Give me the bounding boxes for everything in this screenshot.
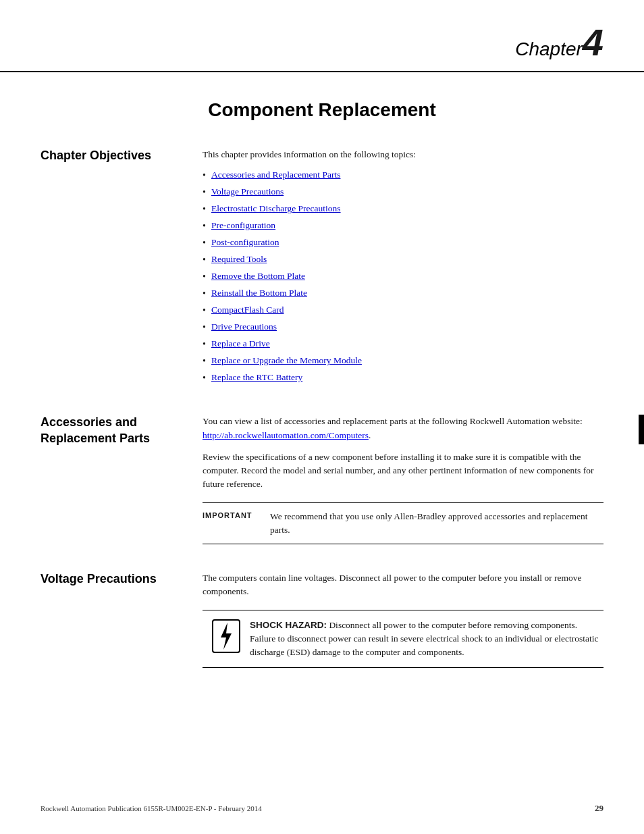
important-box: IMPORTANT We recommend that you use only… [203,502,603,545]
link-memory[interactable]: Replace or Upgrade the Memory Module [211,354,362,367]
link-reinstall-bottom[interactable]: Reinstall the Bottom Plate [211,286,307,300]
voltage-para1: The computers contain line voltages. Dis… [203,571,603,599]
link-compactflash[interactable]: CompactFlash Card [211,303,284,317]
link-rtc[interactable]: Replace the RTC Battery [211,371,302,384]
objectives-links-list: •Accessories and Replacement Parts •Volt… [203,168,603,385]
objectives-content: This chapter provides information on the… [203,148,603,388]
bullet-icon: • [203,337,206,351]
list-item: •Reinstall the Bottom Plate [203,286,603,301]
list-item: •Remove the Bottom Plate [203,269,603,284]
hazard-para1: SHOCK HAZARD: Disconnect all power to th… [250,619,603,632]
objectives-section: Chapter Objectives This chapter provides… [41,148,603,388]
accessories-heading: Accessories and Replacement Parts [41,415,189,446]
list-item: •Replace the RTC Battery [203,371,603,385]
bullet-icon: • [203,320,206,334]
link-postconfig[interactable]: Post-configuration [211,236,279,249]
chapter-header: Chapter4 [0,0,644,72]
objectives-intro: This chapter provides information on the… [203,148,603,161]
list-item: •Required Tools [203,253,603,267]
page: Chapter4 Component Replacement Chapter O… [0,0,644,834]
list-item: •Pre-configuration [203,219,603,233]
link-esd[interactable]: Electrostatic Discharge Precautions [211,202,341,215]
bullet-icon: • [203,303,206,317]
chapter-label: Chapter [515,38,583,59]
accessories-url-link[interactable]: http://ab.rockwellautomation.com/Compute… [203,430,369,440]
link-tools[interactable]: Required Tools [211,253,267,266]
link-accessories[interactable]: Accessories and Replacement Parts [211,168,341,182]
bullet-icon: • [203,354,206,368]
list-item: •Drive Precautions [203,320,603,334]
footer-page-number: 29 [595,803,603,814]
voltage-section: Voltage Precautions The computers contai… [41,571,603,668]
list-item: •Voltage Precautions [203,185,603,199]
hazard-text1: Disconnect all power to the computer bef… [329,620,577,630]
accessories-para1: You can view a list of accessories and r… [203,415,603,442]
voltage-heading-col: Voltage Precautions [41,571,203,587]
bullet-icon: • [203,202,206,216]
link-drive-precautions[interactable]: Drive Precautions [211,320,277,334]
hazard-box: SHOCK HAZARD: Disconnect all power to th… [203,610,603,669]
bullet-icon: • [203,253,206,267]
list-item: •Accessories and Replacement Parts [203,168,603,182]
svg-marker-1 [221,623,232,650]
bullet-icon: • [203,286,206,301]
side-bar [639,415,644,444]
bullet-icon: • [203,219,206,233]
list-item: •Electrostatic Discharge Precautions [203,202,603,216]
chapter-number: 4 [583,21,603,63]
link-replace-drive[interactable]: Replace a Drive [211,337,270,350]
content-area: Chapter Objectives This chapter provides… [0,148,644,668]
link-voltage[interactable]: Voltage Precautions [211,185,284,199]
important-text: We recommend that you use only Allen-Bra… [270,510,603,538]
page-title-container: Component Replacement [0,72,644,148]
accessories-para2: Review the specifications of a new compo… [203,450,603,492]
accessories-section: Accessories and Replacement Parts You ca… [41,415,603,544]
important-label: IMPORTANT [203,510,270,519]
footer: Rockwell Automation Publication 6155R-UM… [41,803,603,814]
list-item: •Replace or Upgrade the Memory Module [203,354,603,368]
bullet-icon: • [203,371,206,385]
accessories-heading-col: Accessories and Replacement Parts [41,415,203,446]
voltage-heading: Voltage Precautions [41,571,189,587]
bullet-icon: • [203,185,206,199]
bullet-icon: • [203,168,206,182]
link-preconfig[interactable]: Pre-configuration [211,219,275,232]
footer-publication: Rockwell Automation Publication 6155R-UM… [41,804,262,812]
bullet-icon: • [203,269,206,284]
hazard-title: SHOCK HAZARD: [250,620,327,630]
list-item: •CompactFlash Card [203,303,603,317]
voltage-content: The computers contain line voltages. Dis… [203,571,603,668]
list-item: •Replace a Drive [203,337,603,351]
bullet-icon: • [203,236,206,250]
list-item: •Post-configuration [203,236,603,250]
lightning-icon [211,619,241,654]
hazard-icon-col [203,619,250,654]
link-remove-bottom[interactable]: Remove the Bottom Plate [211,269,305,283]
page-title: Component Replacement [41,99,603,121]
objectives-heading-col: Chapter Objectives [41,148,203,163]
objectives-heading: Chapter Objectives [41,148,189,163]
accessories-content: You can view a list of accessories and r… [203,415,603,544]
hazard-text-col: SHOCK HAZARD: Disconnect all power to th… [250,619,603,660]
hazard-para2: Failure to disconnect power can result i… [250,632,603,660]
